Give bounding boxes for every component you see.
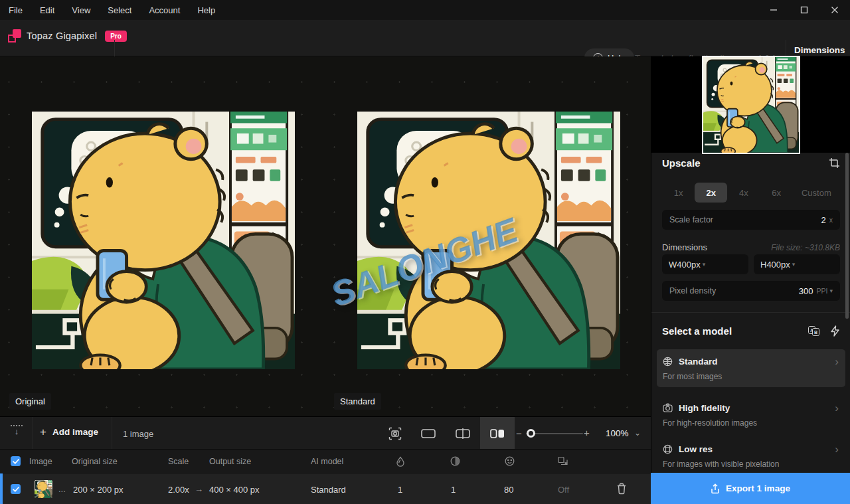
scale-factor-unit: x [829, 216, 833, 224]
export-button-label: Export 1 image [726, 483, 790, 493]
pixel-density-value[interactable]: 300 [799, 286, 813, 296]
menu-select[interactable]: Select [99, 0, 140, 20]
dimensions-label: Dimensions [794, 45, 845, 55]
maximize-icon[interactable] [789, 0, 819, 20]
denoise-icon [396, 456, 405, 467]
original-label: Original [9, 393, 51, 410]
minimize-icon[interactable] [758, 0, 789, 20]
scale-option-1x[interactable]: 1x [662, 183, 695, 203]
crop-icon[interactable] [829, 157, 840, 169]
col-original-size: Original size [72, 457, 118, 466]
model-item-low-res[interactable]: Low res › For images with visible pixela… [657, 437, 845, 475]
navigator-thumbnail[interactable] [702, 56, 800, 154]
pro-badge: Pro [105, 31, 127, 42]
scale-option-4x[interactable]: 4x [727, 183, 760, 203]
menu-view[interactable]: View [63, 0, 99, 20]
export-button[interactable]: Export 1 image [651, 473, 850, 504]
model-label: High fidelity [679, 403, 730, 413]
scale-option-6x[interactable]: 6x [760, 183, 793, 203]
chevron-down-icon[interactable]: ▾ [703, 261, 706, 268]
preview-strip [651, 56, 850, 153]
upscale-title: Upscale [662, 157, 701, 169]
height-value[interactable]: 400 [766, 260, 781, 270]
single-view-icon[interactable] [420, 426, 436, 442]
model-item-standard[interactable]: Standard › For most images [657, 349, 845, 387]
original-image-panel[interactable] [32, 112, 295, 369]
scale-option-custom[interactable]: Custom [793, 183, 840, 203]
menu-edit[interactable]: Edit [31, 0, 63, 20]
row-deblur-value[interactable]: 1 [451, 485, 456, 495]
add-image-button[interactable]: + Add image [40, 426, 98, 438]
divider [32, 417, 33, 450]
row-original-size: 200 × 200 px [73, 485, 124, 495]
menu-file[interactable]: File [0, 0, 31, 20]
plus-icon: + [40, 426, 46, 438]
col-image: Image [29, 457, 52, 466]
zoom-level[interactable]: 100% [606, 428, 629, 438]
zoom-dropdown-chevron-icon[interactable]: ⌄ [634, 428, 641, 438]
model-description: For most images [663, 372, 839, 381]
col-ai-model: AI model [311, 457, 343, 466]
topaz-logo-icon [8, 29, 21, 42]
scale-factor-field[interactable]: Scale factor 2 x [662, 210, 840, 230]
model-section-title: Select a model [662, 325, 732, 337]
window-controls [758, 0, 850, 20]
width-field[interactable]: W 400 px ▾ [662, 254, 748, 274]
collapse-panel-button[interactable]: ↓ [9, 425, 25, 436]
file-size-estimate: File size: ~310.8KB [771, 243, 840, 252]
pixel-density-field[interactable]: Pixel density 300 PPI ▾ [662, 281, 840, 301]
compare-models-icon[interactable]: A B [808, 326, 819, 336]
zoom-in-button[interactable]: + [584, 427, 590, 438]
zoom-slider-knob[interactable] [527, 429, 535, 438]
filename-ellipsis: ... [58, 484, 66, 494]
divider [112, 417, 112, 450]
row-compression-value[interactable]: Off [558, 485, 569, 495]
app-window: File Edit View Select Account Help Topaz… [0, 0, 850, 504]
image-table-header: Image Original size Scale Output size AI… [0, 449, 651, 473]
divider [651, 312, 850, 313]
model-label: Standard [679, 357, 718, 367]
app-logo: Topaz Gigapixel Pro [8, 29, 127, 42]
delete-row-icon[interactable] [616, 483, 627, 495]
focus-face-icon[interactable] [387, 426, 403, 442]
row-denoise-value[interactable]: 1 [398, 485, 402, 495]
image-count: 1 image [123, 429, 153, 439]
arrow-down-icon: ↓ [9, 427, 25, 436]
compare-b: B [812, 328, 819, 336]
width-value[interactable]: 400 [677, 260, 691, 270]
model-description: For images with visible pixelation [663, 460, 839, 469]
row-face-recovery-value[interactable]: 80 [504, 485, 513, 495]
model-label: Low res [679, 444, 713, 454]
image-table-row[interactable]: ... 200 × 200 px 2.00x → 400 × 400 px St… [0, 473, 651, 504]
scale-factor-value[interactable]: 2 [821, 215, 826, 225]
auto-model-icon[interactable] [830, 325, 840, 337]
select-all-checkbox[interactable] [11, 456, 21, 466]
close-icon[interactable] [819, 0, 850, 20]
arrow-right-icon: → [195, 484, 203, 494]
model-item-high-fidelity[interactable]: High fidelity › For high-resolution imag… [657, 396, 845, 434]
face-recovery-icon [505, 456, 515, 466]
canvas[interactable]: SALONGHE Original Standard [0, 56, 651, 416]
row-selected-indicator [0, 473, 3, 504]
titlebar: File Edit View Select Account Help [0, 0, 850, 20]
standard-label: Standard [334, 393, 381, 410]
pixel-density-label: Pixel density [669, 286, 716, 295]
menu-help[interactable]: Help [189, 0, 224, 20]
pixel-density-unit[interactable]: PPI [817, 287, 828, 295]
height-field[interactable]: H 400 px ▾ [754, 254, 840, 274]
scale-option-2x[interactable]: 2x [695, 183, 727, 203]
sidebar-scrollbar[interactable] [845, 153, 849, 319]
row-ai-model[interactable]: Standard [311, 485, 346, 495]
appbar: Topaz Gigapixel Pro i Help Topaz Labs - … [0, 20, 850, 56]
menu-account[interactable]: Account [140, 0, 189, 20]
height-unit[interactable]: px [781, 260, 790, 270]
zoom-out-button[interactable]: − [516, 428, 522, 439]
deblur-icon [450, 456, 460, 466]
row-checkbox[interactable] [11, 484, 21, 494]
split-view-icon[interactable] [455, 426, 471, 442]
chevron-down-icon[interactable]: ▾ [829, 288, 833, 294]
chevron-down-icon[interactable]: ▾ [792, 261, 796, 268]
dimensions-section-label: Dimensions [662, 242, 707, 252]
width-unit[interactable]: px [691, 260, 701, 270]
side-by-side-view-icon[interactable] [489, 426, 505, 442]
